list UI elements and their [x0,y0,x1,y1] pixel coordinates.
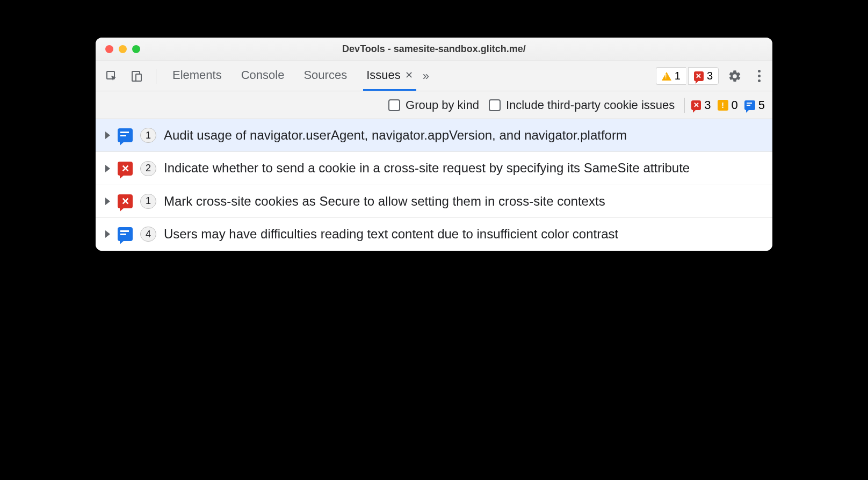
issue-row[interactable]: 1 Audit usage of navigator.userAgent, na… [96,119,772,152]
issues-list: 1 Audit usage of navigator.userAgent, na… [96,119,772,251]
page-warnings-count: 0 [732,98,738,112]
page-errors-counter[interactable]: ✕ 3 [691,98,711,112]
svg-rect-2 [136,74,141,81]
warning-icon [662,72,671,81]
checkbox-icon [388,99,400,111]
info-icon [744,100,755,110]
error-icon: ✕ [694,71,704,81]
disclosure-triangle-icon[interactable] [105,198,110,205]
tab-console[interactable]: Console [238,61,288,91]
filterbar-divider [684,98,685,113]
errors-counter[interactable]: ✕ 3 [688,67,719,85]
panel-tabs: Elements Console Sources Issues ✕ [169,61,416,91]
issue-title: Users may have difficulties reading text… [164,226,618,243]
tab-issues[interactable]: Issues ✕ [363,61,416,91]
issue-title: Indicate whether to send a cookie in a c… [164,159,690,177]
info-issue-icon [118,128,133,142]
window-controls [96,45,140,53]
warnings-counter[interactable]: 1 [656,67,686,85]
minimize-window-button[interactable] [119,45,127,53]
more-tabs-icon[interactable]: » [423,69,429,83]
checkbox-icon [489,99,501,111]
group-by-kind-checkbox[interactable]: Group by kind [388,98,479,112]
tab-elements[interactable]: Elements [169,61,225,91]
close-window-button[interactable] [105,45,113,53]
close-tab-icon[interactable]: ✕ [405,69,413,81]
page-warnings-counter[interactable]: ! 0 [718,98,738,112]
tab-sources[interactable]: Sources [300,61,350,91]
error-issue-icon: ✕ [118,194,133,208]
include-third-party-label: Include third-party cookie issues [506,98,675,112]
issue-title: Audit usage of navigator.userAgent, navi… [164,127,627,144]
devtools-window: DevTools - samesite-sandbox.glitch.me/ E… [96,38,772,251]
tab-issues-label: Issues [366,68,401,82]
warnings-count: 1 [675,70,681,82]
page-errors-count: 3 [704,98,711,112]
disclosure-triangle-icon[interactable] [105,132,110,139]
issue-count-badge: 1 [140,194,156,209]
warning-icon: ! [718,100,728,111]
page-info-counter[interactable]: 5 [744,98,765,112]
more-options-icon[interactable] [751,66,767,87]
issue-row[interactable]: ✕ 2 Indicate whether to send a cookie in… [96,152,772,185]
issue-row[interactable]: 4 Users may have difficulties reading te… [96,218,772,250]
page-info-count: 5 [758,98,765,112]
main-toolbar: Elements Console Sources Issues ✕ » 1 ✕ … [96,61,772,91]
issue-title: Mark cross-site cookies as Secure to all… [164,193,605,210]
device-toolbar-icon[interactable] [126,66,147,87]
disclosure-triangle-icon[interactable] [105,165,110,172]
error-icon: ✕ [691,100,701,110]
error-issue-icon: ✕ [118,162,133,176]
issues-filterbar: Group by kind Include third-party cookie… [96,91,772,119]
info-issue-icon [118,227,133,241]
titlebar: DevTools - samesite-sandbox.glitch.me/ [96,38,772,61]
window-title: DevTools - samesite-sandbox.glitch.me/ [96,43,772,55]
inspect-element-icon[interactable] [101,66,122,87]
issue-count-badge: 1 [140,128,156,143]
settings-icon[interactable] [724,66,746,87]
include-third-party-checkbox[interactable]: Include third-party cookie issues [489,98,675,112]
issue-count-badge: 2 [140,161,156,176]
toolbar-divider [156,69,156,84]
errors-count: 3 [707,70,713,82]
disclosure-triangle-icon[interactable] [105,230,110,238]
issue-kind-counters: ✕ 3 ! 0 5 [684,98,765,113]
issue-row[interactable]: ✕ 1 Mark cross-site cookies as Secure to… [96,185,772,218]
group-by-kind-label: Group by kind [406,98,479,112]
issue-counters[interactable]: 1 ✕ 3 [656,67,719,85]
issue-count-badge: 4 [140,227,156,242]
maximize-window-button[interactable] [132,45,140,53]
